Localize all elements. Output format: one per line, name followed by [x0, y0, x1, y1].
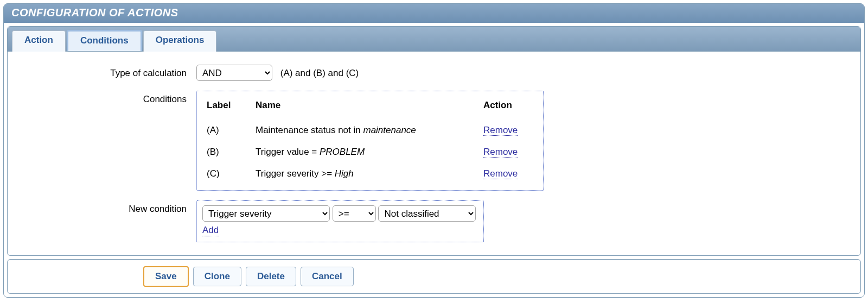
new-condition-type-select[interactable]: Trigger severity — [202, 205, 330, 222]
tab-operations[interactable]: Operations — [143, 30, 217, 52]
add-condition-link[interactable]: Add — [202, 225, 219, 236]
remove-link[interactable]: Remove — [483, 168, 518, 179]
clone-button[interactable]: Clone — [193, 267, 241, 286]
footer-buttons: Save Clone Delete Cancel — [7, 259, 861, 294]
col-header-action: Action — [481, 97, 535, 120]
row-conditions: Conditions Label Name Action — [23, 91, 845, 191]
new-condition-value-select[interactable]: Not classified — [378, 205, 476, 222]
col-header-name: Name — [253, 97, 481, 120]
col-header-label: Label — [205, 97, 253, 120]
conditions-box: Label Name Action (A) Maintenance status… — [196, 91, 544, 191]
remove-link[interactable]: Remove — [483, 147, 518, 158]
remove-link[interactable]: Remove — [483, 125, 518, 136]
cond-name: Trigger severity >= High — [253, 163, 481, 185]
label-new-condition: New condition — [23, 200, 196, 215]
save-button[interactable]: Save — [143, 266, 189, 287]
calculation-description: (A) and (B) and (C) — [280, 68, 359, 79]
row-type-of-calculation: Type of calculation AND (A) and (B) and … — [23, 65, 845, 81]
page-title: CONFIGURATION OF ACTIONS — [4, 4, 864, 23]
tab-conditions[interactable]: Conditions — [67, 30, 142, 51]
new-condition-operator-select[interactable]: >= — [333, 205, 376, 222]
form-frame: Action Conditions Operations Type of cal… — [7, 26, 861, 256]
new-condition-box: Trigger severity >= Not classified Add — [196, 200, 484, 242]
label-conditions: Conditions — [23, 91, 196, 105]
form-area: Type of calculation AND (A) and (B) and … — [8, 52, 860, 255]
table-row: (C) Trigger severity >= High Remove — [205, 163, 535, 185]
cond-name: Maintenance status not in maintenance — [253, 120, 481, 141]
tab-action[interactable]: Action — [12, 30, 66, 52]
conditions-table: Label Name Action (A) Maintenance status… — [205, 97, 535, 185]
calculation-type-select[interactable]: AND — [196, 65, 272, 81]
table-row: (B) Trigger value = PROBLEM Remove — [205, 141, 535, 163]
table-row: (A) Maintenance status not in maintenanc… — [205, 120, 535, 141]
label-type-of-calculation: Type of calculation — [23, 65, 196, 79]
cond-label: (A) — [205, 120, 253, 141]
tab-bar: Action Conditions Operations — [8, 27, 860, 52]
config-actions-panel: CONFIGURATION OF ACTIONS Action Conditio… — [3, 3, 865, 298]
cond-label: (B) — [205, 141, 253, 163]
cond-name: Trigger value = PROBLEM — [253, 141, 481, 163]
row-new-condition: New condition Trigger severity >= Not cl… — [23, 200, 845, 242]
cancel-button[interactable]: Cancel — [301, 267, 354, 286]
delete-button[interactable]: Delete — [246, 267, 296, 286]
cond-label: (C) — [205, 163, 253, 185]
